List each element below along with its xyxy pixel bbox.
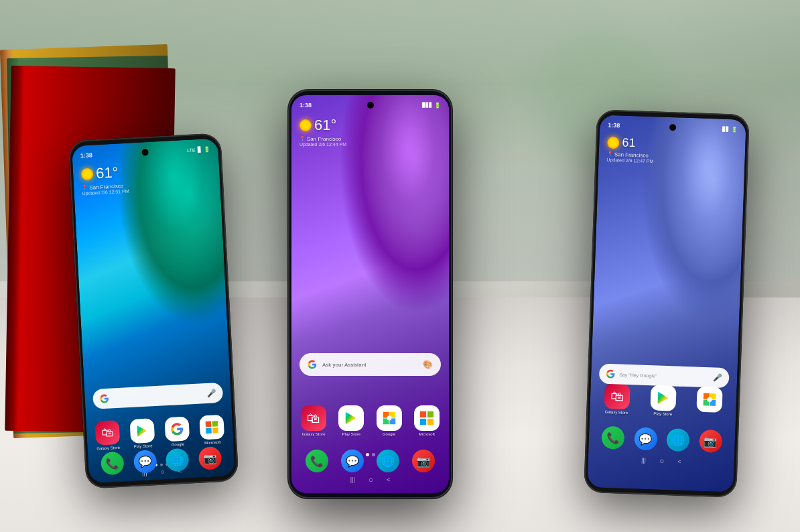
app-google-center[interactable]: Google [373, 405, 406, 436]
phone-dock-msg-center[interactable]: 💬 [341, 450, 364, 472]
microsoft-svg-center [419, 411, 434, 425]
signal-icon-left: LTE [187, 147, 196, 153]
city-center: San Francisco [307, 136, 341, 142]
assistant-colorful-icon: 🎨 [423, 360, 433, 369]
galaxy-store-icon-right: 🛍 [604, 383, 630, 409]
web-icon-left: 🌐 [170, 453, 184, 466]
galaxy-glyph-right: 🛍 [610, 389, 624, 405]
play-store-label-right: Play Store [653, 411, 672, 416]
app-galaxy-store-right[interactable]: 🛍 Galaxy Store [595, 383, 639, 415]
msg-icon-left: 💬 [138, 455, 152, 468]
goodlock-icon-right [697, 387, 723, 413]
web-icon-right: 🌐 [671, 434, 685, 447]
app-grid-center: 🛍 Galaxy Store [297, 405, 444, 436]
play-store-icon-right [650, 385, 676, 411]
play-store-icon-center [338, 405, 364, 431]
call-icon-right: 📞 [606, 431, 620, 444]
phone-left-screen: 1:38 LTE ▊ 🔋 61° 📍 San Francis [72, 139, 235, 484]
updated-right: Updated 2/6 12:47 PM [606, 157, 653, 163]
app-goodlock-right[interactable] [688, 386, 732, 418]
phone-left: 1:38 LTE ▊ 🔋 61° 📍 San Francis [68, 133, 239, 488]
app-google-left[interactable]: Google [161, 416, 193, 447]
status-icons-right: ▊▊ 🔋 [722, 126, 738, 133]
msg-icon-center: 💬 [346, 455, 359, 468]
wifi-icon-left: ▊ [197, 146, 201, 152]
phone-right: 1:38 ▊▊ 🔋 61 📍 San Francisco [584, 109, 750, 498]
app-microsoft-center[interactable]: Microsoft [410, 405, 444, 436]
dock-center: 📞 💬 🌐 📷 [299, 448, 441, 474]
location-pin-center: 📍 [299, 136, 306, 141]
search-bar-left[interactable]: 🎤 [92, 383, 223, 409]
app-play-store-left[interactable]: Play Store [126, 418, 158, 449]
goodlock-svg-right [702, 392, 718, 407]
google-label-center: Google [383, 432, 395, 436]
app-play-store-right[interactable]: Play Store [641, 385, 685, 417]
assistant-bar-center[interactable]: Ask your Assistant 🎨 [299, 353, 441, 376]
scene: 1:38 LTE ▊ 🔋 61° 📍 San Francis [0, 0, 800, 532]
temperature-right: 61 [622, 136, 636, 151]
location-pin-right: 📍 [607, 151, 613, 156]
nav-recent-right[interactable]: ||| [641, 457, 646, 464]
msg-icon-right: 💬 [639, 432, 653, 446]
phone-right-screen: 1:38 ▊▊ 🔋 61 📍 San Francisco [587, 115, 746, 492]
phone-dock-cam-right[interactable]: 📷 [699, 429, 722, 453]
svg-rect-1 [212, 421, 218, 427]
screen-bg-center: 1:38 ▊▊▊ 🔋 61° 📍 San Francisco [291, 95, 449, 493]
play-store-svg-left [135, 424, 149, 438]
galaxy-glyph-center: 🛍 [307, 411, 320, 426]
signal-icon-right: ▊▊ [722, 127, 729, 132]
mic-icon-right: 🎤 [713, 373, 722, 382]
phone-dock-call-right[interactable]: 📞 [602, 426, 625, 450]
nav-home-right[interactable]: ○ [659, 456, 665, 466]
app-play-store-center[interactable]: Play Store [334, 405, 368, 436]
svg-rect-13 [427, 419, 434, 425]
microsoft-svg-left [205, 420, 219, 434]
nav-back-right[interactable]: < [677, 458, 681, 465]
phone-dock-cam-center[interactable]: 📷 [412, 450, 435, 472]
play-store-svg-center [344, 411, 358, 425]
svg-rect-0 [206, 421, 212, 427]
app-galaxy-store-left[interactable]: 🛍 Galaxy Store [92, 420, 124, 451]
svg-rect-2 [206, 428, 212, 434]
svg-rect-10 [420, 411, 426, 417]
phone-dock-web-right[interactable]: 🌐 [667, 428, 690, 452]
nav-bar-center: ||| ○ < [291, 474, 449, 485]
app-galaxy-store-center[interactable]: 🛍 Galaxy Store [297, 405, 330, 436]
call-icon-left: 📞 [106, 456, 120, 470]
cam-icon-center: 📷 [417, 455, 430, 468]
app-microsoft-left[interactable]: Microsoft [196, 414, 228, 445]
phone-dock-call-center[interactable]: 📞 [306, 450, 328, 472]
search-placeholder-left [113, 393, 207, 398]
google-svg-left [170, 422, 184, 436]
dock-right: 📞 💬 🌐 📷 [596, 424, 727, 456]
play-store-svg-right [656, 391, 671, 406]
google-svg-center [382, 411, 397, 425]
app-row1-right: 🛍 Galaxy Store [595, 383, 731, 418]
microsoft-icon-center [414, 405, 440, 431]
battery-icon-center: 🔋 [434, 103, 441, 109]
mic-icon-left: 🎤 [206, 389, 216, 398]
weather-temp-row-right: 61 [607, 135, 655, 151]
sun-icon-center [299, 119, 312, 131]
call-icon-center: 📞 [310, 455, 324, 468]
weather-widget-left: 61° 📍 San Francisco Updated 2/6 12:51 PM [81, 163, 129, 196]
phone-dock-call-left[interactable]: 📞 [101, 452, 125, 476]
google-icon-left [164, 416, 190, 442]
nav-back-center[interactable]: < [387, 476, 390, 483]
phone-dock-web-left[interactable]: 🌐 [165, 448, 190, 472]
phone-dock-msg-right[interactable]: 💬 [634, 427, 657, 450]
svg-rect-12 [420, 419, 426, 425]
assistant-label-center: Ask your Assistant [322, 362, 417, 368]
galaxy-store-icon-left: 🛍 [95, 420, 121, 446]
screen-bg-left: 1:38 LTE ▊ 🔋 61° 📍 San Francis [72, 139, 235, 484]
svg-point-9 [387, 415, 391, 420]
galaxy-store-icon-center: 🛍 [301, 405, 326, 431]
nav-recent-center[interactable]: ||| [350, 476, 355, 483]
phone-dock-msg-left[interactable]: 💬 [133, 450, 157, 474]
phone-dock-cam-left[interactable]: 📷 [198, 446, 222, 470]
cam-icon-right: 📷 [704, 435, 718, 448]
nav-home-center[interactable]: ○ [369, 475, 373, 484]
sun-icon-left [81, 168, 94, 180]
phone-dock-web-center[interactable]: 🌐 [377, 450, 399, 472]
time-left: 1:38 [80, 151, 92, 159]
